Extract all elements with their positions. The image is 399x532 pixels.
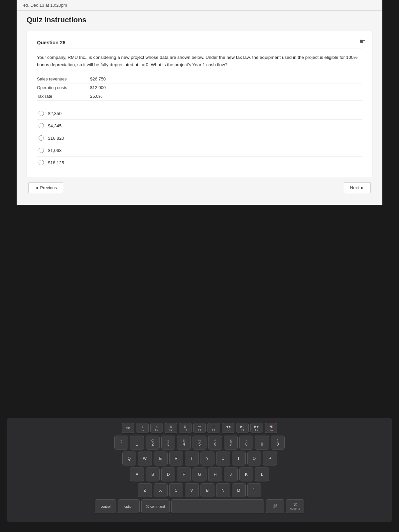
option-label-2: $4,345 <box>48 123 62 128</box>
bottom-row: control option ⌘ command ⌘ ⌘comma <box>13 499 386 513</box>
fn-row: esc ☼F1 ☼F2 ⊞F3 ⊟F4 ⋯F5 ⋯F6 ◀◀F7 ▶||F8 ▶… <box>13 423 386 433</box>
key-command-right[interactable]: ⌘ <box>266 499 284 513</box>
key-d[interactable]: D <box>161 467 175 481</box>
key-k[interactable]: K <box>239 467 253 481</box>
zxcv-row: Z X C V B N M <, <box>13 483 386 497</box>
key-f2[interactable]: ☼F2 <box>150 423 163 433</box>
keyboard: esc ☼F1 ☼F2 ⊞F3 ⊟F4 ⋯F5 ⋯F6 ◀◀F7 ▶||F8 ▶… <box>7 418 392 522</box>
key-f1[interactable]: ☼F1 <box>136 423 149 433</box>
key-f6[interactable]: ⋯F6 <box>207 423 220 433</box>
radio-1[interactable] <box>39 111 44 116</box>
qwerty-row: Q W E R T Y U I O P <box>13 452 386 466</box>
key-8[interactable]: *8 <box>239 436 253 450</box>
key-f[interactable]: F <box>177 467 191 481</box>
key-h[interactable]: H <box>208 467 222 481</box>
radio-2[interactable] <box>39 123 44 128</box>
number-row: ~` !1 @2 #3 $4 %5 ^6 &7 *8 (9 )0 <box>13 436 386 450</box>
option-5[interactable]: $18,125 <box>37 157 362 169</box>
key-c[interactable]: C <box>169 483 183 497</box>
key-2[interactable]: @2 <box>146 436 160 450</box>
tax-label: Tax rate <box>37 94 90 99</box>
key-f5[interactable]: ⋯F5 <box>193 423 206 433</box>
page-title: Quiz Instructions <box>17 11 382 28</box>
key-v[interactable]: V <box>185 483 199 497</box>
key-o[interactable]: O <box>247 452 261 466</box>
key-less[interactable]: <, <box>247 483 261 497</box>
sales-value: $26,750 <box>90 76 106 81</box>
option-3[interactable]: $16,820 <box>37 132 362 144</box>
data-row-opex: Operating costs $12,000 <box>37 83 362 92</box>
top-bar-text: ed. Dec 13 at 10:20pm <box>23 3 67 8</box>
options-list: $2,350 $4,345 $16,820 $1,063 $18,125 <box>37 107 362 169</box>
key-x[interactable]: X <box>154 483 168 497</box>
key-1[interactable]: !1 <box>130 436 144 450</box>
key-f10[interactable]: 🔇F10 <box>265 423 277 433</box>
data-table: Sales revenues $26,750 Operating costs $… <box>37 75 362 101</box>
option-4[interactable]: $1,063 <box>37 144 362 157</box>
key-7[interactable]: &7 <box>224 436 238 450</box>
radio-5[interactable] <box>39 160 44 165</box>
key-esc[interactable]: esc <box>122 423 134 433</box>
option-2[interactable]: $4,345 <box>37 120 362 132</box>
key-t[interactable]: T <box>185 452 199 466</box>
cursor-icon: ☛ <box>359 37 365 45</box>
radio-3[interactable] <box>39 135 44 141</box>
key-a[interactable]: A <box>130 467 144 481</box>
question-card: Question 26 Your company, RMU Inc., is c… <box>27 31 372 177</box>
key-0[interactable]: )0 <box>271 436 285 450</box>
key-l[interactable]: L <box>255 467 269 481</box>
data-row-sales: Sales revenues $26,750 <box>37 75 362 83</box>
option-label-3: $16,820 <box>48 136 64 141</box>
question-number: Question 26 <box>37 40 362 49</box>
key-e[interactable]: E <box>154 452 168 466</box>
key-f7[interactable]: ◀◀F7 <box>222 423 234 433</box>
key-option[interactable]: option <box>118 499 140 513</box>
key-y[interactable]: Y <box>200 452 214 466</box>
key-z[interactable]: Z <box>138 483 152 497</box>
asdf-row: A S D F G H J K L <box>13 467 386 481</box>
next-button[interactable]: Next ► <box>344 182 371 193</box>
sales-label: Sales revenues <box>37 76 90 81</box>
opex-value: $12,000 <box>90 85 106 90</box>
key-b[interactable]: B <box>200 483 214 497</box>
previous-button[interactable]: ◄ Previous <box>28 182 63 193</box>
option-label-4: $1,063 <box>48 148 62 153</box>
key-space[interactable] <box>171 499 264 513</box>
key-w[interactable]: W <box>138 452 152 466</box>
key-5[interactable]: %5 <box>193 436 206 450</box>
key-9[interactable]: (9 <box>255 436 269 450</box>
question-text: Your company, RMU Inc., is considering a… <box>37 54 362 68</box>
key-r[interactable]: R <box>169 452 183 466</box>
key-s[interactable]: S <box>146 467 160 481</box>
data-row-tax: Tax rate 25.0% <box>37 92 362 101</box>
top-bar: ed. Dec 13 at 10:20pm <box>17 0 382 11</box>
opex-label: Operating costs <box>37 85 90 90</box>
key-f9[interactable]: ▶▶F9 <box>250 423 263 433</box>
key-comma[interactable]: ⌘comma <box>286 499 304 513</box>
key-f4[interactable]: ⊟F4 <box>179 423 192 433</box>
nav-bar: ◄ Previous Next ► <box>27 177 372 195</box>
option-1[interactable]: $2,350 <box>37 107 362 120</box>
key-f3[interactable]: ⊞F3 <box>165 423 177 433</box>
key-m[interactable]: M <box>232 483 246 497</box>
tax-value: 25.0% <box>90 94 102 99</box>
key-j[interactable]: J <box>224 467 238 481</box>
key-backtick[interactable]: ~` <box>114 436 128 450</box>
key-n[interactable]: N <box>216 483 230 497</box>
key-u[interactable]: U <box>216 452 230 466</box>
key-p[interactable]: P <box>263 452 277 466</box>
key-g[interactable]: G <box>193 467 206 481</box>
key-6[interactable]: ^6 <box>208 436 222 450</box>
key-4[interactable]: $4 <box>177 436 191 450</box>
key-3[interactable]: #3 <box>161 436 175 450</box>
key-command-left[interactable]: ⌘ command <box>141 499 170 513</box>
key-f8[interactable]: ▶||F8 <box>236 423 249 433</box>
key-control[interactable]: control <box>95 499 116 513</box>
radio-4[interactable] <box>39 148 44 153</box>
key-q[interactable]: Q <box>122 452 136 466</box>
option-label-1: $2,350 <box>48 111 62 116</box>
option-label-5: $18,125 <box>48 160 64 165</box>
key-i[interactable]: I <box>232 452 246 466</box>
